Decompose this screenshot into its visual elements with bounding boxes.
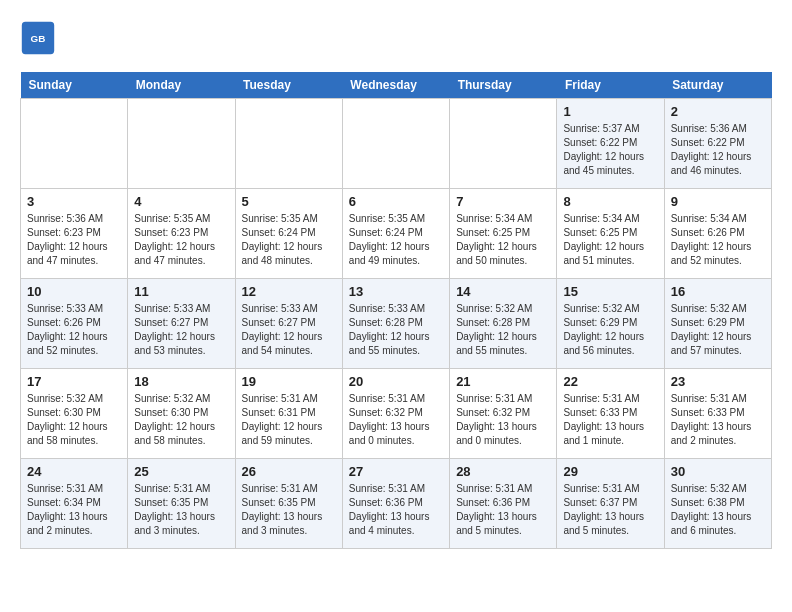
day-info: Sunrise: 5:31 AM Sunset: 6:34 PM Dayligh…: [27, 482, 121, 538]
calendar-cell: 7Sunrise: 5:34 AM Sunset: 6:25 PM Daylig…: [450, 189, 557, 279]
calendar-cell: 30Sunrise: 5:32 AM Sunset: 6:38 PM Dayli…: [664, 459, 771, 549]
day-info: Sunrise: 5:31 AM Sunset: 6:31 PM Dayligh…: [242, 392, 336, 448]
weekday-header-saturday: Saturday: [664, 72, 771, 99]
calendar-table: SundayMondayTuesdayWednesdayThursdayFrid…: [20, 72, 772, 549]
calendar-cell: 25Sunrise: 5:31 AM Sunset: 6:35 PM Dayli…: [128, 459, 235, 549]
calendar-cell: 8Sunrise: 5:34 AM Sunset: 6:25 PM Daylig…: [557, 189, 664, 279]
day-info: Sunrise: 5:31 AM Sunset: 6:36 PM Dayligh…: [349, 482, 443, 538]
day-number: 14: [456, 284, 550, 299]
day-number: 18: [134, 374, 228, 389]
calendar-cell: 20Sunrise: 5:31 AM Sunset: 6:32 PM Dayli…: [342, 369, 449, 459]
day-number: 2: [671, 104, 765, 119]
calendar-cell: [342, 99, 449, 189]
weekday-header-thursday: Thursday: [450, 72, 557, 99]
calendar-cell: [235, 99, 342, 189]
day-number: 11: [134, 284, 228, 299]
weekday-header-monday: Monday: [128, 72, 235, 99]
day-number: 27: [349, 464, 443, 479]
calendar-cell: 27Sunrise: 5:31 AM Sunset: 6:36 PM Dayli…: [342, 459, 449, 549]
calendar-cell: 10Sunrise: 5:33 AM Sunset: 6:26 PM Dayli…: [21, 279, 128, 369]
day-info: Sunrise: 5:33 AM Sunset: 6:26 PM Dayligh…: [27, 302, 121, 358]
calendar-cell: 18Sunrise: 5:32 AM Sunset: 6:30 PM Dayli…: [128, 369, 235, 459]
day-number: 6: [349, 194, 443, 209]
day-number: 4: [134, 194, 228, 209]
calendar-cell: 24Sunrise: 5:31 AM Sunset: 6:34 PM Dayli…: [21, 459, 128, 549]
day-info: Sunrise: 5:35 AM Sunset: 6:24 PM Dayligh…: [242, 212, 336, 268]
day-info: Sunrise: 5:33 AM Sunset: 6:27 PM Dayligh…: [242, 302, 336, 358]
day-info: Sunrise: 5:31 AM Sunset: 6:35 PM Dayligh…: [134, 482, 228, 538]
calendar-cell: 26Sunrise: 5:31 AM Sunset: 6:35 PM Dayli…: [235, 459, 342, 549]
calendar-cell: 15Sunrise: 5:32 AM Sunset: 6:29 PM Dayli…: [557, 279, 664, 369]
day-info: Sunrise: 5:32 AM Sunset: 6:38 PM Dayligh…: [671, 482, 765, 538]
logo: GB: [20, 20, 62, 56]
calendar-cell: 16Sunrise: 5:32 AM Sunset: 6:29 PM Dayli…: [664, 279, 771, 369]
day-info: Sunrise: 5:31 AM Sunset: 6:32 PM Dayligh…: [456, 392, 550, 448]
calendar-cell: 2Sunrise: 5:36 AM Sunset: 6:22 PM Daylig…: [664, 99, 771, 189]
day-info: Sunrise: 5:36 AM Sunset: 6:23 PM Dayligh…: [27, 212, 121, 268]
day-number: 19: [242, 374, 336, 389]
svg-text:GB: GB: [31, 33, 46, 44]
day-info: Sunrise: 5:33 AM Sunset: 6:28 PM Dayligh…: [349, 302, 443, 358]
calendar-cell: 23Sunrise: 5:31 AM Sunset: 6:33 PM Dayli…: [664, 369, 771, 459]
calendar-cell: 22Sunrise: 5:31 AM Sunset: 6:33 PM Dayli…: [557, 369, 664, 459]
day-info: Sunrise: 5:32 AM Sunset: 6:29 PM Dayligh…: [671, 302, 765, 358]
weekday-header-sunday: Sunday: [21, 72, 128, 99]
day-number: 23: [671, 374, 765, 389]
day-number: 28: [456, 464, 550, 479]
calendar-cell: 3Sunrise: 5:36 AM Sunset: 6:23 PM Daylig…: [21, 189, 128, 279]
weekday-header-friday: Friday: [557, 72, 664, 99]
day-info: Sunrise: 5:31 AM Sunset: 6:32 PM Dayligh…: [349, 392, 443, 448]
calendar-cell: 29Sunrise: 5:31 AM Sunset: 6:37 PM Dayli…: [557, 459, 664, 549]
calendar-cell: 1Sunrise: 5:37 AM Sunset: 6:22 PM Daylig…: [557, 99, 664, 189]
day-info: Sunrise: 5:35 AM Sunset: 6:23 PM Dayligh…: [134, 212, 228, 268]
day-info: Sunrise: 5:34 AM Sunset: 6:26 PM Dayligh…: [671, 212, 765, 268]
day-info: Sunrise: 5:31 AM Sunset: 6:33 PM Dayligh…: [563, 392, 657, 448]
calendar-cell: 12Sunrise: 5:33 AM Sunset: 6:27 PM Dayli…: [235, 279, 342, 369]
day-info: Sunrise: 5:35 AM Sunset: 6:24 PM Dayligh…: [349, 212, 443, 268]
day-info: Sunrise: 5:31 AM Sunset: 6:33 PM Dayligh…: [671, 392, 765, 448]
calendar-cell: 9Sunrise: 5:34 AM Sunset: 6:26 PM Daylig…: [664, 189, 771, 279]
calendar-cell: 21Sunrise: 5:31 AM Sunset: 6:32 PM Dayli…: [450, 369, 557, 459]
day-info: Sunrise: 5:32 AM Sunset: 6:30 PM Dayligh…: [134, 392, 228, 448]
calendar-cell: [450, 99, 557, 189]
calendar-cell: [128, 99, 235, 189]
calendar-cell: [21, 99, 128, 189]
day-number: 12: [242, 284, 336, 299]
day-info: Sunrise: 5:31 AM Sunset: 6:36 PM Dayligh…: [456, 482, 550, 538]
day-number: 8: [563, 194, 657, 209]
page-header: GB: [20, 20, 772, 56]
day-info: Sunrise: 5:34 AM Sunset: 6:25 PM Dayligh…: [456, 212, 550, 268]
calendar-cell: 28Sunrise: 5:31 AM Sunset: 6:36 PM Dayli…: [450, 459, 557, 549]
calendar-cell: 14Sunrise: 5:32 AM Sunset: 6:28 PM Dayli…: [450, 279, 557, 369]
day-number: 21: [456, 374, 550, 389]
logo-icon: GB: [20, 20, 56, 56]
calendar-cell: 13Sunrise: 5:33 AM Sunset: 6:28 PM Dayli…: [342, 279, 449, 369]
day-info: Sunrise: 5:34 AM Sunset: 6:25 PM Dayligh…: [563, 212, 657, 268]
weekday-header-wednesday: Wednesday: [342, 72, 449, 99]
calendar-cell: 17Sunrise: 5:32 AM Sunset: 6:30 PM Dayli…: [21, 369, 128, 459]
day-number: 22: [563, 374, 657, 389]
day-info: Sunrise: 5:32 AM Sunset: 6:29 PM Dayligh…: [563, 302, 657, 358]
calendar-cell: 4Sunrise: 5:35 AM Sunset: 6:23 PM Daylig…: [128, 189, 235, 279]
day-info: Sunrise: 5:37 AM Sunset: 6:22 PM Dayligh…: [563, 122, 657, 178]
day-number: 30: [671, 464, 765, 479]
day-number: 24: [27, 464, 121, 479]
calendar-cell: 19Sunrise: 5:31 AM Sunset: 6:31 PM Dayli…: [235, 369, 342, 459]
day-number: 29: [563, 464, 657, 479]
day-info: Sunrise: 5:36 AM Sunset: 6:22 PM Dayligh…: [671, 122, 765, 178]
calendar-cell: 5Sunrise: 5:35 AM Sunset: 6:24 PM Daylig…: [235, 189, 342, 279]
day-number: 9: [671, 194, 765, 209]
day-info: Sunrise: 5:33 AM Sunset: 6:27 PM Dayligh…: [134, 302, 228, 358]
day-number: 3: [27, 194, 121, 209]
day-number: 26: [242, 464, 336, 479]
day-info: Sunrise: 5:32 AM Sunset: 6:28 PM Dayligh…: [456, 302, 550, 358]
day-number: 20: [349, 374, 443, 389]
day-number: 16: [671, 284, 765, 299]
day-number: 15: [563, 284, 657, 299]
day-number: 5: [242, 194, 336, 209]
weekday-header-tuesday: Tuesday: [235, 72, 342, 99]
day-number: 10: [27, 284, 121, 299]
calendar-cell: 6Sunrise: 5:35 AM Sunset: 6:24 PM Daylig…: [342, 189, 449, 279]
day-number: 7: [456, 194, 550, 209]
day-info: Sunrise: 5:32 AM Sunset: 6:30 PM Dayligh…: [27, 392, 121, 448]
